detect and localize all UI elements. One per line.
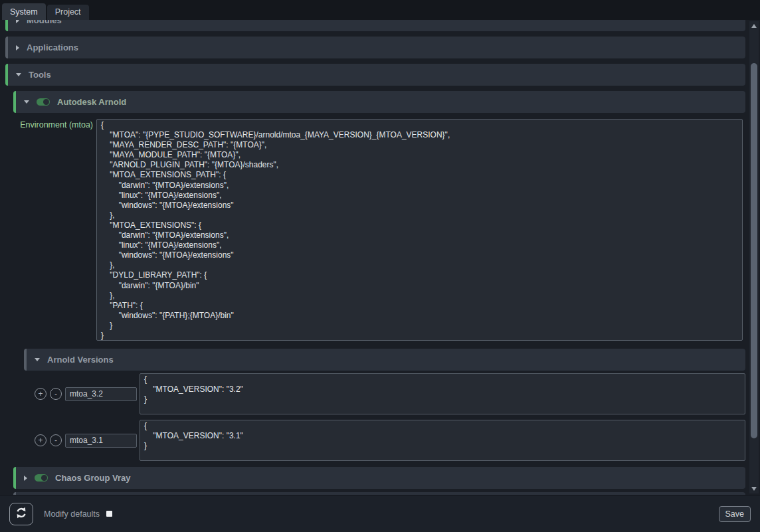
version-json-editor[interactable]: { "MTOA_VERSION": "3.2" } [140, 373, 745, 414]
triangle-down-icon [751, 487, 757, 491]
settings-content: Modules Applications Tools Autodesk Arno… [0, 20, 745, 495]
enabled-toggle[interactable] [37, 98, 50, 106]
add-version-button[interactable]: + [35, 434, 47, 446]
section-title: Modules [27, 20, 62, 25]
tab-project[interactable]: Project [47, 5, 89, 20]
chevron-right-icon [16, 20, 19, 23]
triangle-up-icon [751, 24, 757, 28]
section-title: Applications [27, 43, 78, 52]
toggle-knob [41, 475, 47, 481]
modify-defaults-label: Modify defaults [44, 509, 100, 519]
chevron-down-icon [24, 100, 29, 104]
section-title: Arnold Versions [47, 355, 114, 365]
vertical-scrollbar[interactable] [749, 21, 759, 493]
toggle-knob [43, 99, 49, 105]
scrollbar-thumb[interactable] [751, 63, 757, 438]
chevron-right-icon [16, 45, 19, 50]
save-button[interactable]: Save [719, 506, 751, 522]
version-key-input[interactable] [65, 387, 137, 401]
version-json-editor[interactable]: { "MTOA_VERSION": "3.1" } [140, 420, 745, 461]
remove-version-button[interactable]: - [50, 388, 62, 400]
section-title: Tools [29, 70, 51, 80]
version-key-input[interactable] [65, 434, 137, 448]
modify-defaults-checkbox[interactable] [106, 511, 112, 517]
scroll-up-button[interactable] [749, 21, 759, 31]
version-row: + - { "MTOA_VERSION": "3.1" } [0, 420, 745, 461]
settings-scroll-area: Modules Applications Tools Autodesk Arno… [0, 20, 760, 495]
chevron-down-icon [35, 358, 40, 361]
section-applications[interactable]: Applications [5, 37, 745, 58]
scroll-down-button[interactable] [749, 484, 759, 493]
section-tools[interactable]: Tools [5, 64, 745, 86]
refresh-button[interactable] [9, 503, 33, 525]
section-partially-visible[interactable] [13, 492, 745, 495]
section-title: Chaos Group Vray [55, 473, 130, 483]
chevron-down-icon [16, 73, 21, 76]
environment-json-editor[interactable]: { "MTOA": "{PYPE_STUDIO_SOFTWARE}/arnold… [96, 119, 743, 341]
chevron-right-icon [24, 476, 27, 481]
section-chaos-group-vray[interactable]: Chaos Group Vray [13, 467, 745, 489]
settings-window: System Project Modules Applications Tool… [0, 0, 760, 532]
tab-bar: System Project [0, 0, 760, 20]
remove-version-button[interactable]: - [50, 434, 62, 446]
enabled-toggle[interactable] [35, 474, 48, 482]
version-row: + - { "MTOA_VERSION": "3.2" } [0, 373, 745, 414]
section-title: Autodesk Arnold [57, 97, 126, 107]
tab-system[interactable]: System [2, 3, 46, 20]
section-autodesk-arnold[interactable]: Autodesk Arnold [13, 91, 745, 113]
environment-row: Environment (mtoa) { "MTOA": "{PYPE_STUD… [0, 119, 745, 341]
environment-label: Environment (mtoa) [0, 119, 96, 341]
refresh-icon [15, 506, 28, 521]
section-arnold-versions[interactable]: Arnold Versions [24, 349, 745, 371]
section-modules[interactable]: Modules [5, 20, 745, 31]
add-version-button[interactable]: + [35, 388, 47, 400]
footer-bar: Modify defaults Save [0, 495, 760, 532]
